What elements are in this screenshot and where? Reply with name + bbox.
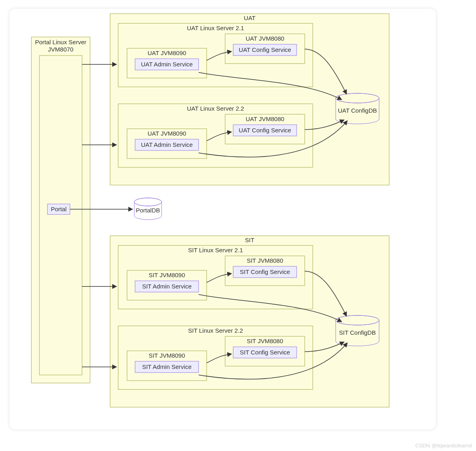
uat-server-2-title: UAT Linux Server 2.2 bbox=[187, 105, 244, 112]
sit-server-1: SIT Linux Server 2.1 SIT JVM8090 SIT Adm… bbox=[118, 245, 313, 309]
portal-linux-server-group: Portal Linux Server JVM8070 Portal bbox=[31, 37, 90, 383]
uat-s2-jvm8080-title: UAT JVM8080 bbox=[246, 115, 284, 122]
sit-server-1-title: SIT Linux Server 2.1 bbox=[188, 247, 243, 253]
sit-s2-jvm8090-title: SIT JVM8090 bbox=[149, 352, 185, 359]
sit-s2-admin-label: SIT Admin Service bbox=[142, 363, 191, 370]
sit-server-2-title: SIT Linux Server 2.2 bbox=[188, 327, 243, 334]
uat-s1-config-label: UAT Config Service bbox=[239, 46, 291, 53]
uat-server-1-title: UAT Linux Server 2.1 bbox=[187, 25, 244, 31]
uat-s1-admin-label: UAT Admin Service bbox=[141, 61, 193, 68]
uat-group: UAT UAT Linux Server 2.1 UAT JVM8090 UAT… bbox=[110, 14, 389, 185]
sit-group: SIT SIT Linux Server 2.1 SIT JVM8090 SIT… bbox=[110, 236, 389, 407]
sit-s2-jvm8080-title: SIT JVM8080 bbox=[247, 338, 283, 344]
sit-s1-jvm8090-title: SIT JVM8090 bbox=[149, 272, 185, 278]
sit-s2-config-label: SIT Config Service bbox=[240, 349, 290, 356]
portal-db-label: PortalDB bbox=[136, 207, 160, 214]
diagram-svg: Portal Linux Server JVM8070 Portal Porta… bbox=[0, 0, 476, 451]
uat-server-1: UAT Linux Server 2.1 UAT JVM8090 UAT Adm… bbox=[118, 23, 313, 87]
uat-db-label: UAT ConfigDB bbox=[338, 107, 377, 114]
watermark: CSDN @tlqwanttolearnit bbox=[415, 443, 472, 449]
uat-server-2: UAT Linux Server 2.2 UAT JVM8090 UAT Adm… bbox=[118, 104, 313, 167]
uat-s2-config-label: UAT Config Service bbox=[239, 127, 291, 134]
sit-server-2: SIT Linux Server 2.2 SIT JVM8090 SIT Adm… bbox=[118, 326, 313, 389]
uat-s1-jvm8080-title: UAT JVM8080 bbox=[246, 35, 284, 42]
portal-server-title-1: Portal Linux Server bbox=[35, 39, 86, 45]
uat-s1-jvm8090-title: UAT JVM8090 bbox=[148, 49, 186, 56]
sit-s1-jvm8080-title: SIT JVM8080 bbox=[247, 257, 283, 264]
sit-s1-config-label: SIT Config Service bbox=[240, 268, 290, 275]
sit-s1-admin-label: SIT Admin Service bbox=[142, 283, 191, 290]
svg-point-3 bbox=[134, 198, 162, 206]
sit-db-label: SIT ConfigDB bbox=[339, 329, 375, 336]
portal-db: PortalDB bbox=[134, 198, 162, 220]
uat-s2-jvm8090-title: UAT JVM8090 bbox=[148, 130, 186, 137]
uat-s2-admin-label: UAT Admin Service bbox=[141, 141, 193, 148]
svg-rect-1 bbox=[39, 56, 82, 375]
portal-server-title-2: JVM8070 bbox=[48, 46, 73, 53]
sit-title: SIT bbox=[245, 237, 254, 243]
portal-service-label: Portal bbox=[51, 206, 66, 212]
uat-title: UAT bbox=[244, 14, 256, 21]
